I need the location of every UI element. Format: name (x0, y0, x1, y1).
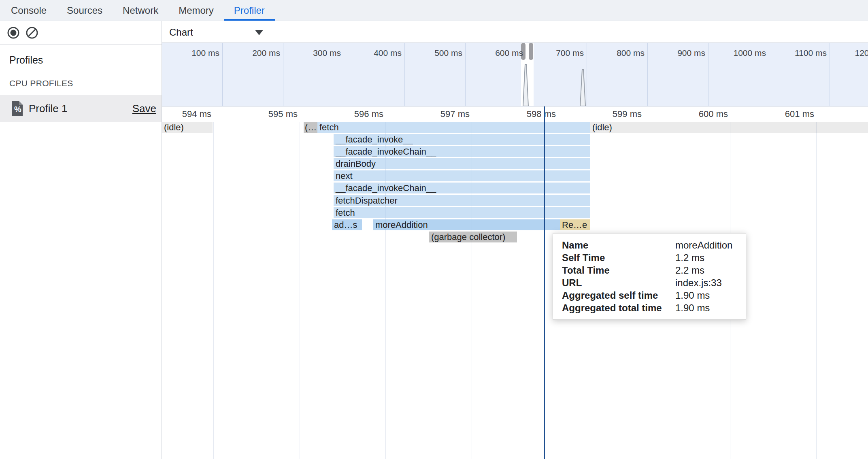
tab-console-label: Console (11, 5, 47, 16)
svg-text:%: % (14, 105, 21, 114)
ruler-tick: 597 ms (421, 109, 470, 119)
flame-frame-program[interactable]: (… (304, 122, 317, 133)
tooltip-value: 1.90 ms (675, 302, 710, 314)
flame-frame-facade-invoke[interactable]: __facade_invoke__ (334, 134, 590, 145)
overview-timeline[interactable]: 100 ms 200 ms 300 ms 400 ms 500 ms 600 m… (162, 42, 868, 106)
profile-list-item-selected[interactable]: % Profile 1 Save (0, 95, 162, 122)
profiles-sidebar: Profiles CPU PROFILES % Profile 1 Save (0, 21, 162, 459)
tab-console[interactable]: Console (1, 0, 57, 21)
cpu-profiles-section-label: CPU PROFILES (9, 79, 162, 88)
tab-profiler-label: Profiler (234, 5, 265, 16)
tab-memory[interactable]: Memory (168, 0, 224, 21)
overview-tick: 500 ms (418, 48, 462, 58)
gridline (300, 106, 300, 459)
circle-slash-icon (26, 26, 38, 39)
flame-frame-idle[interactable]: (idle) (590, 122, 868, 133)
flame-frame-response[interactable]: Re…e (560, 219, 590, 230)
record-circle-icon (7, 26, 20, 39)
tooltip-row: Name moreAddition (562, 239, 746, 251)
profiler-main-pane: Chart 100 ms 200 ms 300 ms 400 ms 500 ms… (162, 21, 868, 459)
flame-frame-additions[interactable]: ad…s (332, 219, 362, 230)
flame-frame-more-addition[interactable]: moreAddition (373, 219, 560, 230)
flame-frame-idle[interactable]: (idle) (162, 122, 213, 133)
tab-memory-label: Memory (179, 5, 214, 16)
tooltip-label: Aggregated total time (562, 302, 675, 314)
overview-tick: 700 ms (539, 48, 584, 58)
flame-frame-garbage-collector[interactable]: (garbage collector) (429, 232, 517, 242)
frame-details-tooltip: Name moreAddition Self Time 1.2 ms Total… (553, 233, 746, 320)
record-button[interactable] (7, 26, 20, 39)
tab-profiler[interactable]: Profiler (224, 0, 275, 21)
tooltip-value: moreAddition (675, 239, 732, 251)
tooltip-value: 1.90 ms (675, 289, 710, 302)
devtools-tab-bar: Console Sources Network Memory Profiler (0, 0, 868, 21)
gridline (816, 106, 817, 459)
tooltip-row: Aggregated self time 1.90 ms (562, 289, 746, 302)
ruler-tick: 594 ms (163, 109, 211, 119)
gridline (213, 106, 214, 459)
flame-frame-fetch-inner[interactable]: fetch (334, 207, 590, 218)
view-mode-value: Chart (169, 27, 193, 38)
flame-frame-facade-invoke-chain[interactable]: __facade_invokeChain__ (334, 183, 590, 193)
selection-handle-right[interactable] (529, 43, 533, 60)
profiles-toolbar (0, 21, 162, 45)
tooltip-label: Total Time (562, 264, 675, 276)
ruler-tick: 598 ms (507, 109, 556, 119)
profile-document-icon: % (11, 101, 23, 116)
tooltip-label: Aggregated self time (562, 289, 675, 302)
flame-frame-next[interactable]: next (334, 170, 590, 181)
tab-sources-label: Sources (67, 5, 102, 16)
devtools-profiler-panel: Console Sources Network Memory Profiler … (0, 0, 868, 459)
flame-frame-drain-body[interactable]: drainBody (334, 158, 590, 169)
view-mode-select[interactable]: Chart (169, 26, 263, 38)
flame-frame-facade-invoke-chain[interactable]: __facade_invokeChain__ (334, 146, 590, 157)
overview-tick: 1100 ms (782, 48, 827, 58)
ruler-tick: 599 ms (593, 109, 642, 119)
tab-sources[interactable]: Sources (57, 0, 113, 21)
tooltip-row: Total Time 2.2 ms (562, 264, 746, 276)
tab-network-label: Network (123, 5, 158, 16)
triangle-down-icon (255, 30, 263, 35)
timeline-cursor-line (544, 106, 545, 459)
tooltip-row: Self Time 1.2 ms (562, 251, 746, 264)
overview-tick: 800 ms (600, 48, 645, 58)
tooltip-label: URL (562, 276, 675, 289)
overview-tick: 900 ms (661, 48, 705, 58)
tooltip-label: Self Time (562, 251, 675, 264)
ruler-tick: 595 ms (249, 109, 298, 119)
tooltip-value: index.js:33 (675, 276, 722, 289)
overview-tick: 100 ms (175, 48, 219, 58)
tooltip-row: URL index.js:33 (562, 276, 746, 289)
profiles-heading: Profiles (9, 54, 162, 66)
overview-tick: 400 ms (357, 48, 402, 58)
tooltip-label: Name (562, 239, 675, 251)
overview-tick: 1000 ms (721, 48, 766, 58)
overview-tick: 300 ms (296, 48, 341, 58)
overview-tick: 1200 ms (843, 48, 868, 58)
profile-name: Profile 1 (29, 102, 67, 115)
ruler-tick: 600 ms (679, 109, 728, 119)
tab-network[interactable]: Network (113, 0, 168, 21)
tooltip-value: 1.2 ms (675, 251, 704, 264)
detail-time-ruler: 594 ms 595 ms 596 ms 597 ms 598 ms 599 m… (162, 106, 868, 122)
tooltip-value: 2.2 ms (675, 264, 704, 276)
ruler-tick: 596 ms (335, 109, 383, 119)
overview-tick: 600 ms (479, 48, 523, 58)
tooltip-row: Aggregated total time 1.90 ms (562, 302, 746, 314)
flame-frame-fetch[interactable]: fetch (317, 122, 590, 133)
flame-frame-fetch-dispatcher[interactable]: fetchDispatcher (334, 195, 590, 206)
clear-profiles-button[interactable] (26, 26, 38, 39)
overview-tick: 200 ms (236, 48, 280, 58)
save-profile-link[interactable]: Save (132, 102, 156, 115)
ruler-tick: 601 ms (766, 109, 814, 119)
